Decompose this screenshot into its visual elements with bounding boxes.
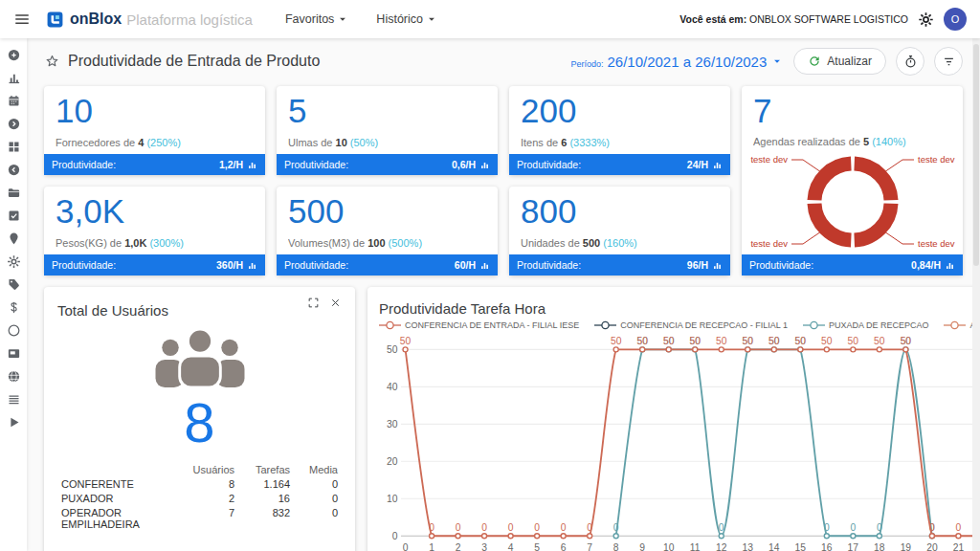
sidebar-tags-icon[interactable] <box>7 277 21 292</box>
productivity-bar: Produtividade:1,2/H <box>44 154 265 175</box>
refresh-button[interactable]: Atualizar <box>793 48 886 75</box>
line-chart[interactable]: 0102030405001234567891011121314151617181… <box>379 332 980 551</box>
menu-label: Favoritos <box>285 12 334 26</box>
users-card-title: Total de Usuários <box>57 302 168 319</box>
sidebar-add-circle-icon[interactable] <box>7 48 21 62</box>
svg-text:10: 10 <box>663 542 675 551</box>
svg-text:18: 18 <box>874 542 885 551</box>
svg-text:0: 0 <box>719 522 724 533</box>
users-table-header: Tarefas <box>234 464 290 475</box>
onblox-logo-icon[interactable] <box>46 11 64 29</box>
kpi-card-agendas[interactable]: 7 Agendas realizadas de 5 (140%) teste d… <box>742 86 963 276</box>
chart-legend: CONFERENCIA DE ENTRADA - FILIAL IESECONF… <box>379 320 980 330</box>
kpi-value: 7 <box>742 86 963 129</box>
svg-text:50: 50 <box>663 336 675 346</box>
kpi-value: 10 <box>44 86 265 129</box>
svg-text:1: 1 <box>429 542 434 551</box>
menu-favoritos[interactable]: Favoritos <box>285 12 349 26</box>
sidebar-gear-icon[interactable] <box>7 254 21 269</box>
legend-label: CONFERENCIA DE RECEPCAO - FILIAL 1 <box>620 320 788 330</box>
users-table-cell: 0 <box>290 493 338 504</box>
svg-text:50: 50 <box>387 344 398 355</box>
sidebar-globe-icon[interactable] <box>7 369 21 384</box>
svg-text:0: 0 <box>456 522 461 533</box>
svg-text:8: 8 <box>613 542 619 551</box>
close-icon[interactable] <box>329 297 342 309</box>
kpi-card[interactable]: 800Unidades de 500 (160%)Produtividade:9… <box>509 187 730 276</box>
svg-text:11: 11 <box>690 542 701 551</box>
kpi-card[interactable]: 5Ulmas de 10 (50%)Produtividade:0,6/H <box>277 86 498 175</box>
productivity-value: 96/H <box>687 259 708 271</box>
kpi-card[interactable]: 200Itens de 6 (3333%)Produtividade:24/H <box>509 86 730 175</box>
refresh-icon <box>808 55 821 68</box>
sidebar-circle-arrow-right-icon[interactable] <box>7 117 21 131</box>
kpi-card[interactable]: 500Volumes(M3) de 100 (500%)Produtividad… <box>277 187 498 276</box>
svg-text:20: 20 <box>926 542 938 551</box>
timer-button[interactable] <box>896 47 924 76</box>
legend-label: PUXADA DE RECEPCAO <box>829 320 929 330</box>
sidebar-dollar-icon[interactable] <box>7 300 21 315</box>
settings-gear-icon[interactable] <box>918 11 934 28</box>
svg-text:0: 0 <box>613 522 619 533</box>
productivity-value: 360/H <box>216 259 243 271</box>
svg-text:21: 21 <box>953 542 965 551</box>
svg-text:5: 5 <box>534 542 540 551</box>
svg-text:50: 50 <box>400 336 412 346</box>
kpi-card[interactable]: 10Fornecedores de 4 (250%)Produtividade:… <box>44 86 265 175</box>
refresh-label: Atualizar <box>827 55 872 68</box>
sidebar-list-icon[interactable] <box>7 392 21 407</box>
productivity-value: 60/H <box>455 259 476 271</box>
filter-button[interactable] <box>934 47 963 76</box>
filter-icon <box>942 55 956 69</box>
svg-text:50: 50 <box>848 336 859 346</box>
sidebar-check-square-icon[interactable] <box>7 209 21 223</box>
productivity-bar: Produtividade:360/H <box>44 254 265 276</box>
expand-icon[interactable] <box>307 297 320 309</box>
productivity-bar: Produtividade: 0,84/H <box>742 254 963 276</box>
users-table-cell: 0 <box>290 507 338 530</box>
users-table-row-label: PUXADOR <box>61 493 183 504</box>
svg-text:50: 50 <box>689 336 701 346</box>
svg-text:0: 0 <box>392 531 398 541</box>
kpi-label: Itens de 6 (3333%) <box>521 137 723 148</box>
sidebar-card-icon[interactable] <box>7 346 21 361</box>
page-title: Produtividade de Entrada de Produto <box>68 53 320 70</box>
top-menu: FavoritosHistórico <box>285 12 438 26</box>
hamburger-menu-icon[interactable] <box>13 11 31 28</box>
users-table-cell: 2 <box>183 493 234 504</box>
sidebar-grid-icon[interactable] <box>7 140 21 154</box>
svg-text:50: 50 <box>821 336 833 346</box>
sidebar-circle-arrow-left-icon[interactable] <box>7 163 21 177</box>
svg-text:9: 9 <box>639 542 645 551</box>
svg-text:0: 0 <box>850 522 856 533</box>
legend-item[interactable]: CONFERENCIA DE ENTRADA - FILIAL IESE <box>379 320 579 330</box>
sidebar-map-pin-icon[interactable] <box>7 231 21 246</box>
sidebar-play-icon[interactable] <box>7 415 21 430</box>
kpi-card[interactable]: 3,0KPesos(KG) de 1,0K (300%)Produtividad… <box>44 187 265 276</box>
users-table-row-label: CONFERENTE <box>61 478 183 490</box>
scrollbar-thumb[interactable] <box>973 44 979 266</box>
mini-bar-chart-icon <box>712 160 723 170</box>
svg-text:50: 50 <box>795 336 807 346</box>
sidebar-folder-icon[interactable] <box>7 186 21 200</box>
sidebar-calendar-icon[interactable] <box>7 94 21 108</box>
favorite-star-icon[interactable] <box>44 54 60 70</box>
svg-text:4: 4 <box>508 542 514 551</box>
user-avatar[interactable]: O <box>944 8 967 31</box>
productivity-bar: Produtividade:96/H <box>509 254 730 276</box>
kpi-value: 200 <box>509 86 730 129</box>
menu-histórico[interactable]: Histórico <box>376 12 438 26</box>
svg-text:0: 0 <box>403 542 409 551</box>
legend-item[interactable]: CONFERENCIA DE RECEPCAO - FILIAL 1 <box>594 320 788 330</box>
brand-name: onBlox <box>70 11 122 28</box>
svg-text:50: 50 <box>874 336 885 346</box>
legend-item[interactable]: PUXADA DE RECEPCAO <box>803 320 929 330</box>
agenda-donut-chart[interactable]: teste devteste devteste devteste dev <box>742 147 963 254</box>
brand-suffix: Plataforma logística <box>126 11 253 28</box>
users-group-icon <box>150 328 250 387</box>
page-scrollbar[interactable] <box>972 38 980 551</box>
svg-text:50: 50 <box>636 336 648 346</box>
period-selector[interactable]: Período: 26/10/2021 a 26/10/2023 <box>570 54 784 70</box>
sidebar-bar-chart-icon[interactable] <box>7 71 21 85</box>
sidebar-circle-icon[interactable] <box>7 323 21 338</box>
